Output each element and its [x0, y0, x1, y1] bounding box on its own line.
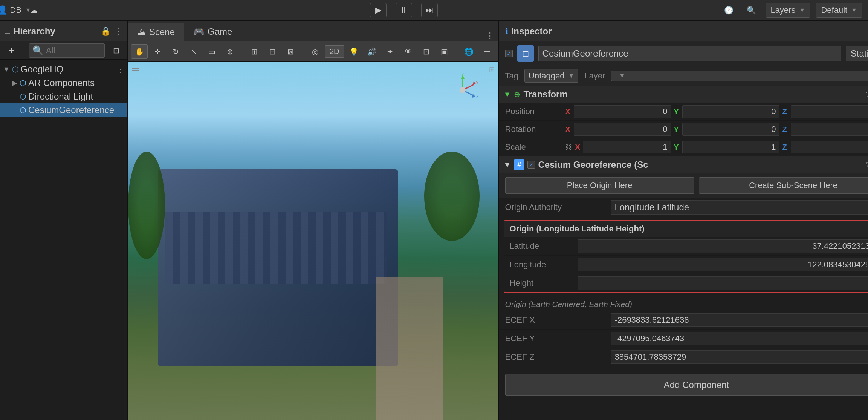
- hierarchy-item-directional-light[interactable]: ▶ ⬡ Directional Light: [0, 90, 127, 103]
- item-menu-icon[interactable]: ⋮: [117, 65, 124, 74]
- transform-tool-button[interactable]: ⊕: [222, 44, 238, 59]
- move-tool-button[interactable]: ✛: [149, 44, 166, 59]
- latitude-input[interactable]: [578, 239, 868, 253]
- tab-game[interactable]: 🎮 Game: [184, 23, 241, 41]
- scale-y-input[interactable]: [682, 141, 779, 153]
- cloud-button[interactable]: ☁: [26, 3, 42, 17]
- main-area: ☰ Hierarchy 🔒 ⋮ + 🔍 ⊡ ▼ ⬡: [0, 21, 868, 420]
- ecef-header: Origin (Earth Centered, Earth Fixed): [499, 297, 868, 311]
- layers-dropdown[interactable]: Layers ▼: [766, 3, 810, 18]
- sy-label: Y: [674, 143, 681, 152]
- ar-gameobject-icon: ⬡: [20, 78, 26, 87]
- scene-more-icon[interactable]: ⋮: [486, 31, 494, 41]
- hand-tool-button[interactable]: ✋: [131, 44, 148, 59]
- rotation-y-input[interactable]: [682, 123, 779, 136]
- position-x-input[interactable]: [574, 105, 671, 118]
- scene-viewport[interactable]: Y X Z ⊞: [128, 62, 498, 420]
- static-button[interactable]: Static ▼: [846, 46, 868, 61]
- step-icon: ⏭: [425, 5, 434, 15]
- cesium-active-checkbox[interactable]: ✓: [527, 161, 535, 169]
- global-button[interactable]: 🌐: [461, 44, 477, 59]
- tab-scene-label: Scene: [149, 27, 175, 37]
- default-dropdown[interactable]: Default ▼: [816, 3, 862, 18]
- ecef-y-row: ECEF Y: [499, 330, 868, 348]
- snap-button[interactable]: ⊠: [282, 44, 299, 59]
- grid-button[interactable]: ⊟: [264, 44, 281, 59]
- hierarchy-item-ar-components[interactable]: ▶ ⬡ AR Components: [0, 76, 127, 90]
- hierarchy-search-box[interactable]: 🔍: [29, 43, 105, 58]
- hierarchy-item-googlehq[interactable]: ▼ ⬡ GoogleHQ ⋮: [0, 63, 127, 76]
- hierarchy-menu-icon: ☰: [5, 27, 11, 35]
- fx-button[interactable]: ✦: [382, 44, 399, 59]
- scene-gizmo[interactable]: Y X Z: [446, 73, 480, 107]
- add-component-button[interactable]: Add Component: [505, 374, 868, 396]
- render-icon: ▣: [441, 47, 448, 56]
- height-input[interactable]: [578, 276, 868, 290]
- account-button[interactable]: 👤 DB ▼: [6, 3, 23, 17]
- hierarchy-item-cesium[interactable]: ▶ ⬡ CesiumGeoreference: [0, 103, 127, 117]
- hierarchy-search-input[interactable]: [46, 46, 101, 55]
- pause-button[interactable]: ⏸: [396, 3, 412, 17]
- persp-button[interactable]: ◎: [307, 44, 323, 59]
- object-type-icon: ◻: [517, 45, 534, 62]
- light-button[interactable]: 💡: [346, 44, 362, 59]
- position-label: Position: [505, 107, 565, 116]
- object-active-checkbox[interactable]: ✓: [505, 50, 513, 57]
- rotate-tool-button[interactable]: ↻: [167, 44, 184, 59]
- object-name-input[interactable]: [538, 46, 841, 61]
- hierarchy-panel: ☰ Hierarchy 🔒 ⋮ + 🔍 ⊡ ▼ ⬡: [0, 21, 128, 420]
- hierarchy-more-icon[interactable]: ⋮: [115, 26, 123, 36]
- origin-section-title: Origin (Longitude Latitude Height): [504, 221, 868, 237]
- grid-icon: ⊟: [269, 47, 276, 56]
- layer-dropdown[interactable]: ▼: [611, 71, 868, 81]
- search-button[interactable]: 🔍: [743, 3, 760, 17]
- tag-dropdown[interactable]: Untagged ▼: [524, 69, 578, 83]
- layer-label: Layer: [584, 71, 605, 81]
- tab-scene[interactable]: ⛰ Scene: [128, 23, 184, 41]
- inspector-info-icon: ℹ: [505, 26, 508, 36]
- scene-settings-button[interactable]: ☰: [479, 44, 495, 59]
- svg-text:Y: Y: [461, 73, 464, 77]
- play-button[interactable]: ▶: [370, 3, 387, 17]
- hide-button[interactable]: 👁: [400, 44, 417, 59]
- transform-icon: ⊕: [227, 47, 233, 56]
- hierarchy-lock-icon[interactable]: 🔒: [101, 26, 111, 36]
- inspector-lock-icon[interactable]: 🔒: [866, 26, 868, 36]
- ry-label: Y: [674, 125, 681, 134]
- history-button[interactable]: 🕐: [721, 3, 737, 17]
- center-panel: ⛰ Scene 🎮 Game ⋮ ✋ ✛ ↻ ⤡: [128, 21, 498, 420]
- scene-menu-button[interactable]: [132, 66, 139, 71]
- pivot-button[interactable]: ⊞: [246, 44, 263, 59]
- scale-z-input[interactable]: [791, 141, 868, 153]
- cesium-help-icon[interactable]: ?: [866, 161, 868, 169]
- step-button[interactable]: ⏭: [421, 3, 438, 17]
- rotation-z-input[interactable]: [791, 123, 868, 136]
- ecef-x-input[interactable]: [611, 313, 868, 327]
- transform-help-icon[interactable]: ?: [866, 90, 868, 98]
- position-y-input[interactable]: [682, 105, 779, 118]
- place-origin-button[interactable]: Place Origin Here: [505, 177, 694, 194]
- render-button[interactable]: ▣: [436, 44, 453, 59]
- sep3: [457, 46, 457, 57]
- scale-x-input[interactable]: [583, 141, 671, 153]
- cesium-section-header[interactable]: ▼ # ✓ Cesium Georeference (Sc ? ↔ ⋮: [499, 156, 868, 173]
- hierarchy-options-button[interactable]: ⊡: [108, 43, 124, 58]
- 2d-button[interactable]: 2D: [325, 45, 344, 58]
- hierarchy-add-button[interactable]: +: [3, 43, 20, 58]
- transform-section-header[interactable]: ▼ ⊕ Transform ? ↔ ⋮: [499, 86, 868, 103]
- add-component-label: Add Component: [664, 380, 729, 390]
- ecef-y-input[interactable]: [611, 332, 868, 345]
- layers-label: Layers: [771, 5, 796, 15]
- gizmo-button[interactable]: ⊡: [418, 44, 435, 59]
- create-subscene-button[interactable]: Create Sub-Scene Here: [699, 177, 868, 194]
- ecef-z-input[interactable]: [611, 350, 868, 364]
- audio-button[interactable]: 🔊: [364, 44, 381, 59]
- origin-authority-dropdown[interactable]: Longitude Latitude ▼: [611, 200, 868, 215]
- longitude-input[interactable]: [578, 258, 868, 271]
- rz-label: Z: [782, 125, 789, 134]
- rotation-x-input[interactable]: [574, 123, 671, 136]
- rect-tool-button[interactable]: ▭: [203, 44, 220, 59]
- scale-tool-button[interactable]: ⤡: [185, 44, 202, 59]
- position-z-input[interactable]: [791, 105, 868, 118]
- scene-overlay-button[interactable]: ⊞: [489, 66, 495, 74]
